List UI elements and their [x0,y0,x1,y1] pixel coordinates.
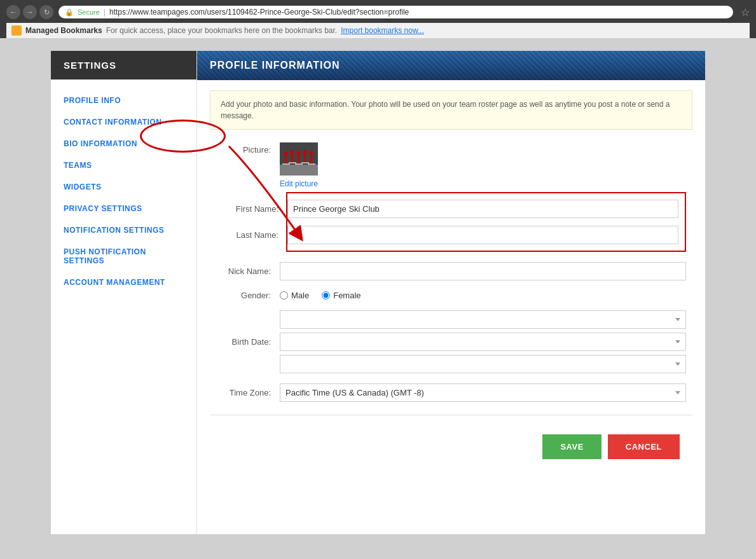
bookmark-icon [11,25,22,36]
birth-date-inputs [280,310,686,373]
page-wrapper: Settings Profile Info Contact Informatio… [51,51,705,534]
gender-male-text: Male [291,291,309,300]
first-name-label: First Name: [224,204,287,214]
sidebar-item-contact-information[interactable]: Contact Information [51,111,196,133]
last-name-row: Last Name: [224,226,678,244]
gender-male-label[interactable]: Male [280,291,309,300]
gender-label: Gender: [216,291,280,300]
bookmark-star-icon[interactable]: ☆ [741,6,750,18]
save-button[interactable]: SAVE [542,434,601,459]
sidebar-item-account-management[interactable]: Account Management [51,272,196,293]
first-name-input[interactable] [287,200,678,218]
time-zone-row: Time Zone: Pacific Time (US & Canada) (G… [216,383,686,402]
info-box: Add your photo and basic information. Yo… [210,90,692,130]
browser-toolbar: ← → ↻ 🔒 Secure | https://www.teampages.c… [6,5,750,19]
sidebar-item-profile-info[interactable]: Profile Info [51,90,196,111]
page-content: Settings Profile Info Contact Informatio… [0,38,756,559]
name-highlight-box: First Name: Last Name: [286,192,686,252]
svg-point-9 [303,150,307,154]
svg-rect-8 [304,154,306,163]
svg-rect-1 [280,165,318,176]
sidebar-item-privacy-settings[interactable]: Privacy Settings [51,198,196,219]
import-bookmarks-link[interactable]: Import bookmarks now... [341,26,424,35]
sidebar-nav: Profile Info Contact Information Bio Inf… [51,79,196,303]
time-zone-select[interactable]: Pacific Time (US & Canada) (GMT -8) [280,383,686,402]
svg-point-11 [310,151,313,155]
sidebar-item-widgets[interactable]: Widgets [51,176,196,198]
last-name-label: Last Name: [224,230,287,240]
sidebar-item-teams[interactable]: Teams [51,155,196,176]
bookmarks-bar: Managed Bookmarks For quick access, plac… [6,23,750,38]
bookmarks-label: Managed Bookmarks [25,26,102,35]
main-content: Profile Information Add your photo and b… [197,51,705,534]
secure-text: Secure [78,8,100,16]
birth-date-row: Birth Date: [216,310,686,373]
url-text: https://www.teampages.com/users/1109462-… [109,8,409,17]
profile-header: Profile Information [197,51,705,80]
cancel-button[interactable]: CANCEL [608,434,680,459]
nick-name-input[interactable] [280,262,686,280]
svg-rect-2 [285,155,287,164]
nav-buttons: ← → ↻ [6,5,53,19]
first-name-row: First Name: [224,200,678,218]
svg-point-5 [291,150,294,154]
sidebar-item-push-notification-settings[interactable]: Push Notification Settings [51,241,196,272]
svg-rect-10 [310,155,312,164]
picture-label: Picture: [216,142,280,155]
gender-female-radio[interactable] [322,291,330,300]
lock-icon: 🔒 [65,8,74,17]
address-bar[interactable]: 🔒 Secure | https://www.teampages.com/use… [58,6,733,18]
refresh-button[interactable]: ↻ [39,5,53,19]
nick-name-label: Nick Name: [216,266,280,276]
gender-female-label[interactable]: Female [322,291,361,300]
svg-point-3 [284,151,288,155]
picture-preview [280,142,318,176]
sidebar-item-bio-information[interactable]: Bio Information [51,133,196,155]
button-row: SAVE CANCEL [210,428,692,472]
nick-name-row: Nick Name: [216,262,686,280]
time-zone-label: Time Zone: [216,388,280,397]
birth-date-day-select[interactable] [280,333,686,351]
sidebar-item-notification-settings[interactable]: Notification Settings [51,219,196,241]
svg-rect-6 [298,155,299,164]
forward-button[interactable]: → [23,5,37,19]
divider [210,415,692,415]
bookmarks-hint: For quick access, place your bookmarks h… [106,26,338,35]
gender-radio-group: Male Female [280,291,361,300]
svg-rect-4 [291,154,293,163]
profile-body: Add your photo and basic information. Yo… [197,80,705,482]
picture-row: Picture: [216,142,686,188]
form-section: Picture: [210,142,692,402]
birth-date-label: Birth Date: [216,337,280,347]
gender-female-text: Female [333,291,361,300]
birth-date-year-select[interactable] [280,355,686,373]
gender-male-radio[interactable] [280,291,288,300]
birth-date-month-select[interactable] [280,310,686,329]
sidebar: Settings Profile Info Contact Informatio… [51,51,197,534]
picture-col: Edit picture [280,142,318,188]
svg-point-7 [297,151,301,155]
picture-svg [280,142,318,176]
edit-picture-link[interactable]: Edit picture [280,179,318,188]
gender-row: Gender: Male Female [216,291,686,300]
profile-header-title: Profile Information [210,60,340,71]
browser-chrome: ← → ↻ 🔒 Secure | https://www.teampages.c… [0,0,756,38]
last-name-input[interactable] [287,226,678,244]
sidebar-header: Settings [51,51,196,79]
back-button[interactable]: ← [6,5,20,19]
main-container: Settings Profile Info Contact Informatio… [51,51,705,534]
